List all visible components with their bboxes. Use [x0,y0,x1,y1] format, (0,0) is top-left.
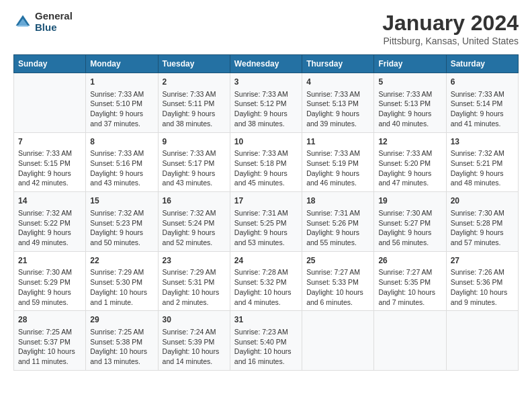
logo-text: General Blue [35,11,73,33]
day-info: Sunrise: 7:30 AM Sunset: 5:29 PM Dayligh… [18,267,81,307]
day-number: 24 [234,255,298,267]
day-info: Sunrise: 7:29 AM Sunset: 5:31 PM Dayligh… [163,267,226,307]
week-row-1: 1Sunrise: 7:33 AM Sunset: 5:10 PM Daylig… [14,73,519,133]
day-info: Sunrise: 7:31 AM Sunset: 5:26 PM Dayligh… [306,208,369,248]
calendar-cell: 11Sunrise: 7:33 AM Sunset: 5:19 PM Dayli… [302,132,374,192]
day-number: 28 [18,314,81,326]
day-info: Sunrise: 7:24 AM Sunset: 5:39 PM Dayligh… [163,327,226,367]
header-monday: Monday [86,55,158,73]
day-number: 11 [306,136,369,148]
day-number: 7 [18,136,81,148]
day-info: Sunrise: 7:31 AM Sunset: 5:25 PM Dayligh… [234,208,298,248]
calendar-cell [446,311,518,371]
day-number: 5 [378,77,441,88]
calendar-cell: 2Sunrise: 7:33 AM Sunset: 5:11 PM Daylig… [158,73,230,133]
calendar-cell: 15Sunrise: 7:32 AM Sunset: 5:23 PM Dayli… [86,192,158,252]
day-info: Sunrise: 7:29 AM Sunset: 5:30 PM Dayligh… [90,267,153,307]
day-number: 13 [451,136,514,148]
calendar-cell [14,73,86,133]
calendar-cell [302,311,374,371]
day-info: Sunrise: 7:28 AM Sunset: 5:32 PM Dayligh… [234,267,298,307]
day-number: 9 [163,136,226,148]
day-number: 31 [234,314,298,326]
logo-icon [13,13,32,32]
calendar-cell: 10Sunrise: 7:33 AM Sunset: 5:18 PM Dayli… [230,132,302,192]
day-info: Sunrise: 7:33 AM Sunset: 5:11 PM Dayligh… [163,89,226,129]
day-info: Sunrise: 7:27 AM Sunset: 5:35 PM Dayligh… [378,267,441,307]
day-info: Sunrise: 7:33 AM Sunset: 5:12 PM Dayligh… [234,89,298,129]
calendar-cell: 8Sunrise: 7:33 AM Sunset: 5:16 PM Daylig… [86,132,158,192]
day-info: Sunrise: 7:32 AM Sunset: 5:22 PM Dayligh… [18,208,81,248]
day-info: Sunrise: 7:27 AM Sunset: 5:33 PM Dayligh… [306,267,369,307]
day-info: Sunrise: 7:25 AM Sunset: 5:37 PM Dayligh… [18,327,81,367]
day-number: 4 [306,77,369,88]
header-thursday: Thursday [302,55,374,73]
calendar-cell: 25Sunrise: 7:27 AM Sunset: 5:33 PM Dayli… [302,251,374,311]
day-number: 29 [90,314,153,326]
logo: General Blue [13,11,73,33]
header-saturday: Saturday [446,55,518,73]
day-number: 6 [451,77,514,88]
calendar-cell: 27Sunrise: 7:26 AM Sunset: 5:36 PM Dayli… [446,251,518,311]
day-number: 18 [306,195,369,207]
calendar-cell: 28Sunrise: 7:25 AM Sunset: 5:37 PM Dayli… [14,311,86,371]
day-info: Sunrise: 7:32 AM Sunset: 5:23 PM Dayligh… [90,208,153,248]
day-number: 22 [90,255,153,267]
header-wednesday: Wednesday [230,55,302,73]
calendar-cell: 14Sunrise: 7:32 AM Sunset: 5:22 PM Dayli… [14,192,86,252]
day-info: Sunrise: 7:33 AM Sunset: 5:20 PM Dayligh… [378,148,441,188]
calendar-cell: 29Sunrise: 7:25 AM Sunset: 5:38 PM Dayli… [86,311,158,371]
title-block: January 2024 Pittsburg, Kansas, United S… [382,11,519,46]
day-info: Sunrise: 7:33 AM Sunset: 5:19 PM Dayligh… [306,148,369,188]
calendar-cell [374,311,446,371]
calendar-cell: 13Sunrise: 7:32 AM Sunset: 5:21 PM Dayli… [446,132,518,192]
calendar-cell: 19Sunrise: 7:30 AM Sunset: 5:27 PM Dayli… [374,192,446,252]
calendar-cell: 5Sunrise: 7:33 AM Sunset: 5:13 PM Daylig… [374,73,446,133]
calendar-cell: 31Sunrise: 7:23 AM Sunset: 5:40 PM Dayli… [230,311,302,371]
day-info: Sunrise: 7:30 AM Sunset: 5:27 PM Dayligh… [378,208,441,248]
logo-blue-text: Blue [35,22,73,34]
calendar-cell: 17Sunrise: 7:31 AM Sunset: 5:25 PM Dayli… [230,192,302,252]
calendar-cell: 12Sunrise: 7:33 AM Sunset: 5:20 PM Dayli… [374,132,446,192]
calendar-cell: 16Sunrise: 7:32 AM Sunset: 5:24 PM Dayli… [158,192,230,252]
day-info: Sunrise: 7:25 AM Sunset: 5:38 PM Dayligh… [90,327,153,367]
calendar-cell: 3Sunrise: 7:33 AM Sunset: 5:12 PM Daylig… [230,73,302,133]
day-info: Sunrise: 7:32 AM Sunset: 5:21 PM Dayligh… [451,148,514,188]
day-info: Sunrise: 7:33 AM Sunset: 5:17 PM Dayligh… [163,148,226,188]
day-number: 16 [163,195,226,207]
week-row-2: 7Sunrise: 7:33 AM Sunset: 5:15 PM Daylig… [14,132,519,192]
header-sunday: Sunday [14,55,86,73]
day-number: 25 [306,255,369,267]
calendar-cell: 18Sunrise: 7:31 AM Sunset: 5:26 PM Dayli… [302,192,374,252]
calendar-cell: 22Sunrise: 7:29 AM Sunset: 5:30 PM Dayli… [86,251,158,311]
day-info: Sunrise: 7:30 AM Sunset: 5:28 PM Dayligh… [451,208,514,248]
day-number: 27 [451,255,514,267]
week-row-3: 14Sunrise: 7:32 AM Sunset: 5:22 PM Dayli… [14,192,519,252]
calendar-table: SundayMondayTuesdayWednesdayThursdayFrid… [13,54,519,371]
day-number: 17 [234,195,298,207]
day-info: Sunrise: 7:33 AM Sunset: 5:10 PM Dayligh… [90,89,153,129]
day-number: 1 [90,77,153,88]
day-number: 23 [163,255,226,267]
calendar-cell: 24Sunrise: 7:28 AM Sunset: 5:32 PM Dayli… [230,251,302,311]
day-number: 2 [163,77,226,88]
calendar-header: SundayMondayTuesdayWednesdayThursdayFrid… [14,55,519,73]
week-row-5: 28Sunrise: 7:25 AM Sunset: 5:37 PM Dayli… [14,311,519,371]
day-number: 8 [90,136,153,148]
calendar-cell: 6Sunrise: 7:33 AM Sunset: 5:14 PM Daylig… [446,73,518,133]
day-info: Sunrise: 7:32 AM Sunset: 5:24 PM Dayligh… [163,208,226,248]
day-info: Sunrise: 7:23 AM Sunset: 5:40 PM Dayligh… [234,327,298,367]
day-number: 14 [18,195,81,207]
calendar-body: 1Sunrise: 7:33 AM Sunset: 5:10 PM Daylig… [14,73,519,371]
day-number: 26 [378,255,441,267]
calendar-cell: 23Sunrise: 7:29 AM Sunset: 5:31 PM Dayli… [158,251,230,311]
calendar-cell: 21Sunrise: 7:30 AM Sunset: 5:29 PM Dayli… [14,251,86,311]
main-title: January 2024 [382,11,519,36]
day-info: Sunrise: 7:33 AM Sunset: 5:13 PM Dayligh… [306,89,369,129]
day-number: 15 [90,195,153,207]
calendar-cell: 20Sunrise: 7:30 AM Sunset: 5:28 PM Dayli… [446,192,518,252]
day-number: 21 [18,255,81,267]
week-row-4: 21Sunrise: 7:30 AM Sunset: 5:29 PM Dayli… [14,251,519,311]
header-friday: Friday [374,55,446,73]
day-number: 30 [163,314,226,326]
